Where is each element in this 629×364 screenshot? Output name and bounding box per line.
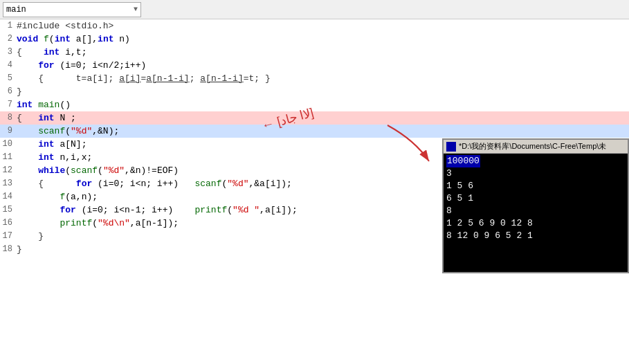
dropdown-arrow-icon: ▼ [134,6,138,13]
line-content: { int N ; [17,111,76,125]
list-item: 8 12 0 9 6 5 2 1 [446,230,625,242]
table-row: 9 scanf("%d",&N); [0,125,629,138]
line-content: } [17,243,22,256]
line-number: 15 [1,203,17,217]
line-number: 18 [1,243,17,256]
line-content: int main() [17,98,71,111]
line-number: 7 [1,98,17,111]
line-number: 16 [1,217,17,230]
function-dropdown[interactable]: main ▼ [3,2,141,17]
line-content: scanf("%d",&N); [17,125,119,138]
line-number: 4 [1,59,17,72]
line-content: #include <stdio.h> [17,19,113,33]
line-number: 14 [1,190,17,203]
list-item: 8 [446,205,625,217]
line-number: 11 [1,151,17,164]
line-number: 2 [1,33,17,46]
line-content: } [17,230,44,243]
line-number: 1 [1,19,17,33]
line-number: 12 [1,164,17,177]
table-row: 5 { t=a[i]; a[i]=a[n-1-i]; a[n-1-i]=t; } [0,72,629,85]
table-row: 8 { int N ; [0,111,629,125]
line-content: int n,i,x; [17,151,92,164]
line-content: { int i,t; [17,46,86,59]
terminal-title: *D:\我的资料库\Documents\C-Free\Temp\未 [459,141,606,152]
list-item: 1 5 6 [446,180,625,192]
terminal-icon [446,142,456,152]
terminal-window: *D:\我的资料库\Documents\C-Free\Temp\未 100000… [442,138,629,273]
terminal-body[interactable]: 100000 3 1 5 6 6 5 1 8 1 2 5 6 9 0 12 8 … [444,154,628,272]
table-row: 2 void f(int a[],int n) [0,33,629,46]
line-number: 3 [1,46,17,59]
line-content: { for (i=0; i<n; i++) scanf("%d",&a[i]); [17,177,292,190]
function-name: main [6,5,26,15]
line-number: 5 [1,72,17,85]
table-row: 7 int main() [0,98,629,111]
line-number: 8 [1,111,17,125]
table-row: 3 { int i,t; [0,46,629,59]
table-row: 1 #include <stdio.h> [0,19,629,33]
list-item: 1 2 5 6 9 0 12 8 [446,217,625,230]
terminal-highlight: 100000 [446,155,480,167]
line-content: f(a,n); [17,190,98,203]
line-content: } [17,85,22,98]
line-number: 10 [1,138,17,151]
toolbar: main ▼ [0,0,629,19]
table-row: 6 } [0,85,629,98]
line-content: while(scanf("%d",&n)!=EOF) [17,164,179,177]
line-number: 17 [1,230,17,243]
list-item: 3 [446,167,625,180]
line-number: 9 [1,125,17,138]
line-content: for (i=0; i<n-1; i++) printf("%d ",a[i])… [17,203,298,217]
line-content: { t=a[i]; a[i]=a[n-1-i]; a[n-1-i]=t; } [17,72,271,85]
terminal-titlebar: *D:\我的资料库\Documents\C-Free\Temp\未 [444,140,628,154]
table-row: 4 for (i=0; i<n/2;i++) [0,59,629,72]
line-content: printf("%d\n",a[n-1]); [17,217,179,230]
line-content: for (i=0; i<n/2;i++) [17,59,146,72]
list-item: 6 5 1 [446,192,625,205]
line-content: void f(int a[],int n) [17,33,130,46]
list-item: 100000 [446,155,625,167]
line-number: 6 [1,85,17,98]
line-content: int a[N]; [17,138,86,151]
line-number: 13 [1,177,17,190]
